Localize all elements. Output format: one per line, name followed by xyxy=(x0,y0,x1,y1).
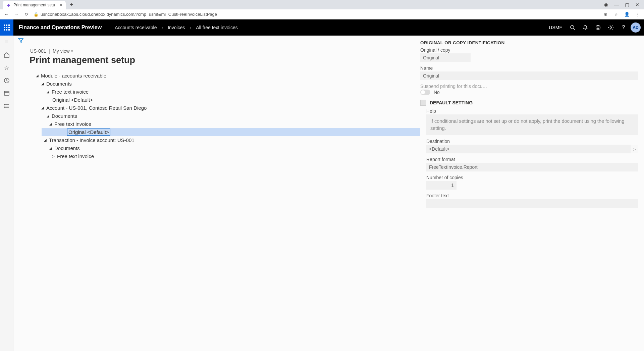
collapse-icon[interactable]: ◢ xyxy=(48,146,53,150)
browser-toolbar: ← → ⟳ 🔒 usnconeboxax1aos.cloud.onebox.dy… xyxy=(0,9,644,19)
svg-rect-2 xyxy=(8,24,10,26)
tab-close-icon[interactable]: × xyxy=(60,2,62,8)
svg-rect-7 xyxy=(6,29,7,31)
svg-rect-3 xyxy=(4,27,5,28)
favorites-icon[interactable]: ☆ xyxy=(3,64,10,71)
page-header-row: US-001 | My view ▾ xyxy=(13,46,420,55)
input-destination[interactable] xyxy=(426,145,631,153)
toggle-suspend-value: No xyxy=(434,90,440,95)
collapse-icon[interactable]: ◢ xyxy=(48,122,53,126)
maximize-icon[interactable]: ▢ xyxy=(625,2,629,7)
breadcrumb: Accounts receivable › Invoices › All fre… xyxy=(107,25,245,30)
avatar[interactable]: AD xyxy=(631,22,641,33)
input-copies[interactable] xyxy=(426,181,457,190)
hamburger-icon[interactable]: ≡ xyxy=(3,39,10,46)
svg-rect-8 xyxy=(8,29,10,31)
bookmark-icon[interactable]: ☆ xyxy=(613,12,619,17)
chrome-account-icon[interactable]: ◉ xyxy=(604,2,608,7)
label-original-copy: Original / copy xyxy=(420,47,638,53)
tree-panel: US-001 | My view ▾ Print management setu… xyxy=(13,36,420,351)
svg-point-14 xyxy=(599,27,599,27)
breadcrumb-area[interactable]: Invoices xyxy=(168,25,185,30)
breadcrumb-module[interactable]: Accounts receivable xyxy=(115,25,157,30)
breadcrumb-page[interactable]: All free text invoices xyxy=(196,25,238,30)
help-text: If conditional settings are not set up o… xyxy=(426,114,638,135)
collapse-icon[interactable]: ◢ xyxy=(43,138,48,142)
browser-tab[interactable]: ◆ Print management setu × xyxy=(3,1,66,9)
section-original-copy: ORIGINAL OR COPY IDENTIFICATION xyxy=(420,40,638,45)
label-copies: Number of copies xyxy=(426,175,638,180)
browser-tab-strip: ◆ Print management setu × + ◉ ― ▢ ✕ xyxy=(0,0,644,9)
notifications-icon[interactable] xyxy=(580,22,591,33)
print-management-tree: ◢Module - accounts receivable ◢Documents… xyxy=(13,71,420,160)
gear-icon[interactable] xyxy=(605,22,616,33)
tree-node-documents[interactable]: ◢Documents xyxy=(30,80,420,88)
app-launcher-button[interactable] xyxy=(0,19,13,36)
waffle-icon xyxy=(4,24,10,31)
collapse-icon[interactable]: ◢ xyxy=(35,74,40,78)
input-footer[interactable] xyxy=(426,199,638,208)
recent-icon[interactable] xyxy=(3,77,10,84)
tree-node-freetext[interactable]: ◢Free text invoice xyxy=(30,88,420,96)
label-footer: Footer text xyxy=(426,193,638,198)
chevron-right-icon: › xyxy=(190,25,192,30)
search-icon[interactable] xyxy=(567,22,578,33)
new-tab-button[interactable]: + xyxy=(70,1,73,8)
profile-icon[interactable]: 👤 xyxy=(624,12,630,17)
window-controls: ◉ ― ▢ ✕ xyxy=(604,2,641,7)
collapse-icon[interactable]: ◢ xyxy=(40,82,45,86)
address-bar[interactable]: 🔒 usnconeboxax1aos.cloud.onebox.dynamics… xyxy=(34,12,598,17)
tree-node-freetext-account[interactable]: ◢Free text invoice xyxy=(30,120,420,128)
collapse-icon[interactable]: ◢ xyxy=(46,114,50,118)
workspaces-icon[interactable] xyxy=(3,90,10,97)
svg-line-10 xyxy=(574,29,575,30)
chevron-right-icon: › xyxy=(161,25,163,30)
tree-node-transaction[interactable]: ◢Transaction - Invoice account: US-001 xyxy=(30,136,420,144)
input-name[interactable] xyxy=(420,71,638,80)
svg-rect-1 xyxy=(6,24,7,26)
modules-icon[interactable] xyxy=(3,103,10,109)
url-text: usnconeboxax1aos.cloud.onebox.dynamics.c… xyxy=(41,12,217,17)
chevron-down-icon: ▾ xyxy=(71,49,73,53)
checkbox-default-setting[interactable] xyxy=(420,100,426,106)
svg-rect-0 xyxy=(4,24,5,26)
input-original-copy[interactable] xyxy=(420,53,471,62)
input-report-format[interactable] xyxy=(426,163,638,171)
reload-icon[interactable]: ⟳ xyxy=(23,12,30,17)
expand-icon[interactable]: ▷ xyxy=(51,154,56,158)
page-title: Print management setup xyxy=(13,55,420,71)
tree-node-documents-tx[interactable]: ◢Documents xyxy=(30,144,420,152)
svg-point-9 xyxy=(571,26,574,29)
tab-title: Print management setu xyxy=(13,3,55,7)
left-nav-rail: ≡ ☆ xyxy=(0,36,13,351)
help-icon[interactable]: ? xyxy=(618,22,629,33)
svg-point-13 xyxy=(597,27,597,27)
view-selector[interactable]: My view ▾ xyxy=(53,48,73,54)
filter-icon[interactable] xyxy=(18,38,24,44)
minimize-icon[interactable]: ― xyxy=(614,2,619,7)
zoom-icon[interactable]: ⊕ xyxy=(602,12,608,17)
svg-point-24 xyxy=(4,108,5,108)
collapse-icon[interactable]: ◢ xyxy=(46,90,50,94)
smiley-icon[interactable] xyxy=(592,22,604,33)
toggle-suspend[interactable] xyxy=(420,90,430,95)
forward-icon[interactable]: → xyxy=(13,12,19,17)
tree-node-original-selected[interactable]: Original <Default> xyxy=(42,128,420,136)
back-icon[interactable]: ← xyxy=(3,12,9,17)
home-icon[interactable] xyxy=(3,52,10,58)
tree-node-documents-account[interactable]: ◢Documents xyxy=(30,112,420,120)
label-report-format: Report format xyxy=(426,157,638,162)
browser-menu-icon[interactable]: ⋮ xyxy=(635,12,641,17)
company-code[interactable]: USMF xyxy=(549,25,562,30)
app-title[interactable]: Finance and Operations Preview xyxy=(13,19,107,36)
tree-node-original[interactable]: Original <Default> xyxy=(30,96,420,104)
close-window-icon[interactable]: ✕ xyxy=(635,2,639,7)
destination-lookup-icon[interactable]: ▷ xyxy=(631,145,638,153)
tree-node-freetext-tx[interactable]: ▷Free text invoice xyxy=(30,152,420,160)
tree-node-account[interactable]: ◢Account - US-001, Contoso Retail San Di… xyxy=(30,104,420,112)
svg-point-22 xyxy=(4,104,5,105)
svg-rect-4 xyxy=(6,27,7,28)
tree-node-module[interactable]: ◢Module - accounts receivable xyxy=(30,71,420,80)
collapse-icon[interactable]: ◢ xyxy=(40,106,45,110)
tab-favicon-icon: ◆ xyxy=(6,3,11,7)
